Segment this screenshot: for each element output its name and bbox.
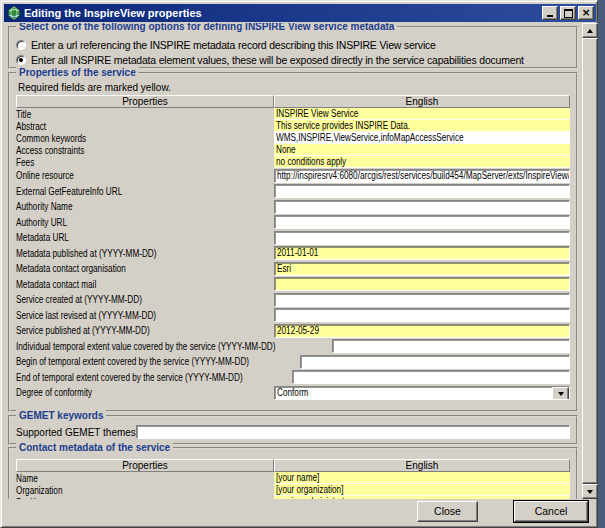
property-value-cell[interactable]: INSPIRE View Service <box>274 108 570 120</box>
property-input[interactable] <box>274 293 570 307</box>
table-row: Organization[your organization] <box>16 484 570 496</box>
table-row: End of temporal extent covered by the se… <box>16 370 570 386</box>
minimize-button[interactable] <box>542 6 558 20</box>
window-close-button[interactable]: × <box>578 6 594 20</box>
close-icon: × <box>581 8 590 18</box>
property-input[interactable] <box>274 215 570 229</box>
scroll-down-button[interactable] <box>582 484 598 499</box>
property-input[interactable]: 2011-01-01 <box>274 246 570 260</box>
vertical-scrollbar[interactable] <box>582 23 598 499</box>
dialog-content: Select one of the following options for … <box>4 23 582 499</box>
gemet-themes-label: Supported GEMET themes <box>16 427 136 438</box>
gemet-themes-row: Supported GEMET themes <box>16 425 570 439</box>
property-label: Fees <box>16 157 274 168</box>
contact-table-body: Name[your name]Organization[your organiz… <box>16 472 570 499</box>
gemet-group: GEMET keywords Supported GEMET themes <box>8 415 578 445</box>
scroll-up-button[interactable] <box>582 23 598 38</box>
property-value-cell[interactable]: This service provides INSPIRE Data. <box>274 120 570 132</box>
property-label: Title <box>16 109 274 120</box>
property-label: Metadata contact organisation <box>16 263 274 274</box>
table-row: Online resourcehttp://inspiresrv4:6080/a… <box>16 168 570 184</box>
gemet-themes-input[interactable] <box>136 425 570 439</box>
radio-option[interactable]: Enter all INSPIRE metadata element value… <box>16 52 570 67</box>
contact-group: Contact metadata of the service Properti… <box>8 447 578 499</box>
property-value-cell[interactable]: None <box>274 144 570 156</box>
property-input[interactable] <box>274 200 570 214</box>
property-input[interactable]: http://inspiresrv4:6080/arcgis/rest/serv… <box>274 169 570 183</box>
cancel-button[interactable]: Cancel <box>514 501 588 522</box>
title-bar[interactable]: Editing the InspireView properties × <box>4 4 596 22</box>
table-row: AbstractThis service provides INSPIRE Da… <box>16 120 570 132</box>
properties-table-header: Properties English <box>16 95 570 108</box>
close-button[interactable]: Close <box>417 501 478 522</box>
maximize-button[interactable] <box>560 6 576 20</box>
chevron-down-icon <box>558 392 564 396</box>
radio-button[interactable] <box>16 40 26 50</box>
property-input[interactable] <box>274 308 570 322</box>
contact-legend: Contact metadata of the service <box>16 442 173 453</box>
property-input[interactable] <box>274 277 570 291</box>
property-label: Organization <box>16 485 274 496</box>
metadata-options-group: Select one of the following options for … <box>8 26 578 69</box>
table-row: Service created at (YYYY-MM-DD) <box>16 292 570 308</box>
property-input[interactable] <box>274 184 570 198</box>
property-label: Service last revised at (YYYY-MM-DD) <box>16 310 274 321</box>
property-input[interactable] <box>332 339 570 353</box>
triangle-up-icon <box>587 29 593 33</box>
property-label: Name <box>16 473 274 484</box>
table-row: Common keywordsWMS,INSPIRE,ViewService,i… <box>16 132 570 144</box>
required-fields-note: Required fields are marked yellow. <box>18 82 570 93</box>
globe-icon[interactable] <box>7 6 21 20</box>
property-value-cell[interactable]: service administrator <box>274 496 570 499</box>
property-value-cell[interactable]: [your organization] <box>274 484 570 496</box>
property-label: Metadata contact mail <box>16 279 274 290</box>
radio-button[interactable] <box>16 55 26 65</box>
property-label: Authority Name <box>16 201 274 212</box>
scrollbar-thumb[interactable] <box>582 38 598 484</box>
property-label: Position <box>16 497 274 500</box>
property-label: Metadata published at (YYYY-MM-DD) <box>16 248 274 259</box>
radio-option[interactable]: Enter a url referencing the INSPIRE meta… <box>16 37 570 52</box>
maximize-icon <box>564 9 573 18</box>
property-input[interactable] <box>300 355 570 369</box>
service-properties-group: Properties of the service Required field… <box>8 72 578 412</box>
table-row: Service last revised at (YYYY-MM-DD) <box>16 308 570 324</box>
property-label: Common keywords <box>16 133 274 144</box>
property-label: Access constraints <box>16 145 274 156</box>
radio-option-label: Enter all INSPIRE metadata element value… <box>31 54 524 66</box>
property-input[interactable] <box>274 231 570 245</box>
window-controls: × <box>542 6 594 20</box>
property-input[interactable] <box>292 370 570 384</box>
table-row: Name[your name] <box>16 472 570 484</box>
property-input[interactable]: 2012-05-29 <box>274 324 570 338</box>
table-row: Authority Name <box>16 199 570 215</box>
property-label: Service published at (YYYY-MM-DD) <box>16 325 274 336</box>
table-row: TitleINSPIRE View Service <box>16 108 570 120</box>
property-label: Abstract <box>16 121 274 132</box>
property-value-cell[interactable]: no conditions apply <box>274 156 570 168</box>
property-label: Degree of conformity <box>16 387 274 398</box>
table-row: Authority URL <box>16 215 570 231</box>
service-properties-legend: Properties of the service <box>16 67 139 78</box>
conformity-dropdown[interactable]: Conform <box>274 386 570 400</box>
table-row: Feesno conditions apply <box>16 156 570 168</box>
contact-table-header: Properties English <box>16 459 570 472</box>
property-value-cell[interactable]: [your name] <box>274 472 570 484</box>
property-value-cell[interactable]: WMS,INSPIRE,ViewService,infoMapAccessSer… <box>274 132 570 144</box>
property-input[interactable]: Esri <box>274 262 570 276</box>
property-label: Begin of temporal extent covered by the … <box>16 356 300 367</box>
table-row: Metadata contact mail <box>16 277 570 293</box>
table-row: Degree of conformityConform <box>16 385 570 401</box>
metadata-options-list: Enter a url referencing the INSPIRE meta… <box>16 37 570 67</box>
column-header-properties: Properties <box>16 459 274 472</box>
column-header-properties: Properties <box>16 95 274 108</box>
dropdown-arrow-button[interactable] <box>552 387 569 400</box>
property-label: Individual temporal extent value covered… <box>16 341 332 352</box>
minimize-icon <box>547 15 553 17</box>
table-row: Access constraintsNone <box>16 144 570 156</box>
property-label: End of temporal extent covered by the se… <box>16 372 292 383</box>
property-label: Service created at (YYYY-MM-DD) <box>16 294 274 305</box>
table-row: Metadata contact organisationEsri <box>16 261 570 277</box>
property-label: Authority URL <box>16 217 274 228</box>
radio-option-label: Enter a url referencing the INSPIRE meta… <box>31 39 436 51</box>
